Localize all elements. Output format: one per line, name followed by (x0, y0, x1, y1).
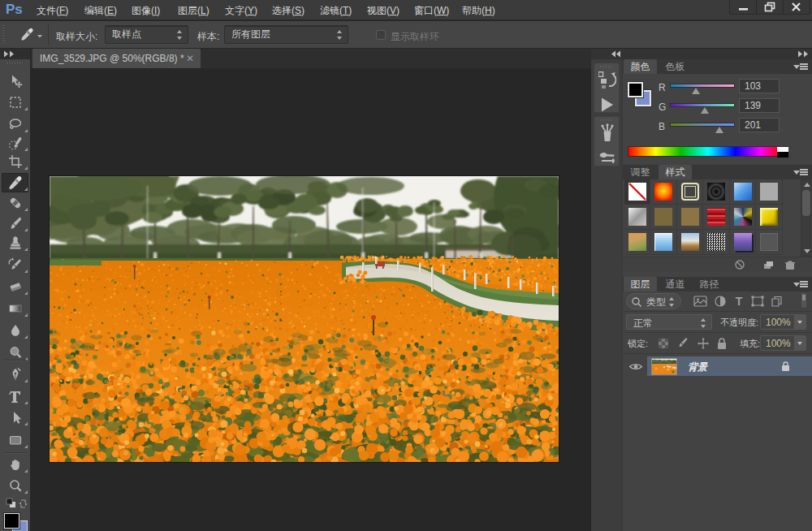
svg-text:T: T (736, 295, 743, 308)
